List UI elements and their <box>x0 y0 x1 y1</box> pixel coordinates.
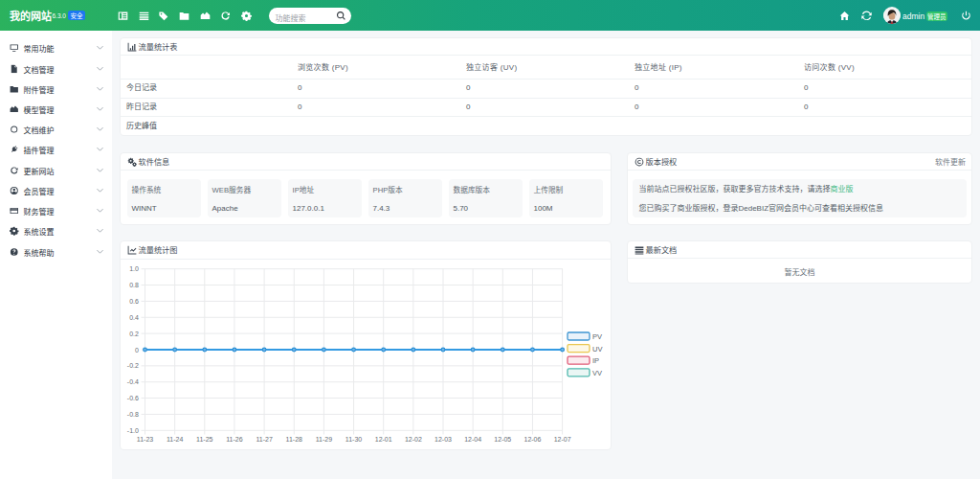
svg-text:11-30: 11-30 <box>345 436 361 443</box>
svg-text:-0.8: -0.8 <box>126 411 138 418</box>
svg-text:11-26: 11-26 <box>226 436 242 443</box>
svg-text:0.6: 0.6 <box>129 298 139 305</box>
svg-text:-0.6: -0.6 <box>126 395 138 401</box>
svg-text:12-05: 12-05 <box>494 436 511 443</box>
svg-text:12-04: 12-04 <box>464 436 481 443</box>
svg-text:12-02: 12-02 <box>404 436 421 443</box>
svg-text:12-01: 12-01 <box>374 436 391 443</box>
svg-text:11-24: 11-24 <box>166 436 182 443</box>
svg-text:UV: UV <box>592 345 602 354</box>
svg-text:-1.0: -1.0 <box>126 427 138 434</box>
svg-text:IP: IP <box>592 356 599 365</box>
svg-text:11-29: 11-29 <box>315 436 331 443</box>
svg-text:11-28: 11-28 <box>285 436 301 443</box>
svg-text:11-27: 11-27 <box>256 436 272 443</box>
svg-text:11-25: 11-25 <box>196 436 212 443</box>
svg-text:0: 0 <box>134 347 138 354</box>
svg-text:1.0: 1.0 <box>129 265 139 272</box>
svg-text:-0.2: -0.2 <box>126 362 138 369</box>
svg-text:VV: VV <box>592 369 602 377</box>
svg-text:0.4: 0.4 <box>129 314 139 321</box>
svg-text:0.2: 0.2 <box>129 331 139 337</box>
svg-text:-0.4: -0.4 <box>126 378 138 385</box>
svg-text:0.8: 0.8 <box>129 282 139 288</box>
svg-text:12-06: 12-06 <box>523 436 541 443</box>
svg-text:PV: PV <box>592 332 602 341</box>
svg-text:12-03: 12-03 <box>434 436 452 443</box>
svg-text:12-07: 12-07 <box>553 436 570 443</box>
svg-text:11-23: 11-23 <box>136 436 152 443</box>
